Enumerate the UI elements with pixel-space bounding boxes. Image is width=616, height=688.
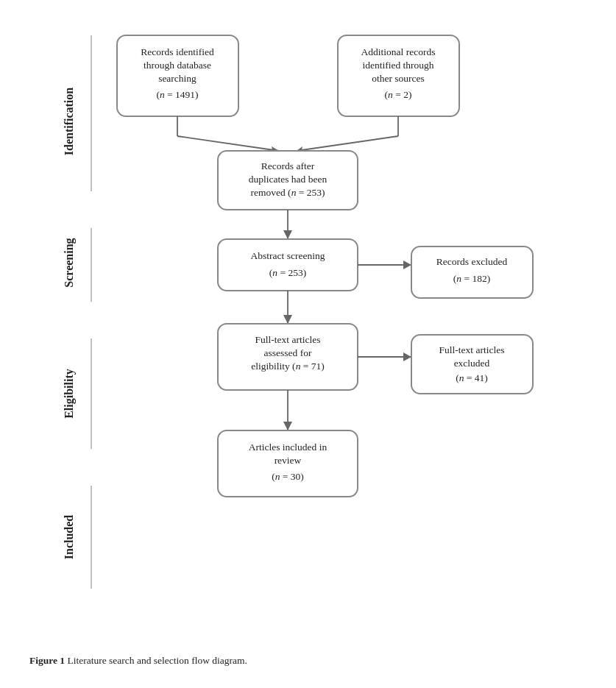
svg-text:identified through: identified through: [362, 60, 433, 71]
svg-marker-25: [403, 260, 411, 269]
svg-text:Records excluded: Records excluded: [436, 256, 507, 267]
svg-text:(n = 1491): (n = 1491): [156, 89, 198, 100]
figure-label: Figure 1: [29, 655, 65, 666]
stage-identification: Identification: [63, 88, 75, 156]
svg-text:(n = 30): (n = 30): [272, 471, 304, 482]
figure-caption-text: Literature search and selection flow dia…: [68, 655, 247, 666]
svg-text:excluded: excluded: [453, 358, 489, 369]
stage-eligibility: Eligibility: [63, 369, 76, 419]
flow-diagram-svg: Identification Screening Eligibility Inc…: [21, 22, 595, 633]
svg-text:searching: searching: [158, 73, 197, 84]
svg-text:removed (n = 253): removed (n = 253): [250, 187, 325, 198]
svg-text:(n = 41): (n = 41): [456, 372, 488, 383]
records-excluded-box: [411, 247, 533, 298]
svg-text:(n = 2): (n = 2): [384, 89, 411, 100]
svg-text:Abstract screening: Abstract screening: [250, 250, 325, 261]
stage-screening: Screening: [63, 238, 76, 287]
svg-text:Articles included in: Articles included in: [248, 441, 327, 453]
svg-marker-21: [283, 230, 292, 239]
prisma-diagram: Identification Screening Eligibility Inc…: [15, 22, 601, 667]
svg-line-12: [177, 136, 279, 151]
svg-text:Full-text articles: Full-text articles: [439, 344, 504, 355]
svg-text:eligibility (n = 71): eligibility (n = 71): [251, 361, 324, 372]
svg-text:other sources: other sources: [372, 73, 425, 84]
svg-text:duplicates had been: duplicates had been: [248, 174, 327, 185]
svg-text:review: review: [274, 455, 301, 466]
svg-marker-29: [283, 315, 292, 324]
svg-text:through database: through database: [144, 60, 211, 71]
svg-text:(n = 182): (n = 182): [453, 273, 489, 284]
db-search-text: Records identified: [141, 46, 214, 57]
abstract-screening-box: [218, 239, 358, 291]
svg-text:Additional records: Additional records: [361, 46, 435, 57]
svg-text:(n = 253): (n = 253): [269, 267, 305, 278]
svg-marker-34: [403, 352, 411, 361]
svg-line-15: [297, 136, 398, 151]
svg-text:assessed for: assessed for: [263, 347, 311, 358]
svg-marker-39: [283, 422, 292, 430]
figure-caption: Figure 1 Literature search and selection…: [15, 655, 247, 667]
stage-included: Included: [63, 515, 75, 560]
svg-text:Records after: Records after: [261, 160, 314, 171]
svg-text:Full-text articles: Full-text articles: [255, 334, 320, 345]
